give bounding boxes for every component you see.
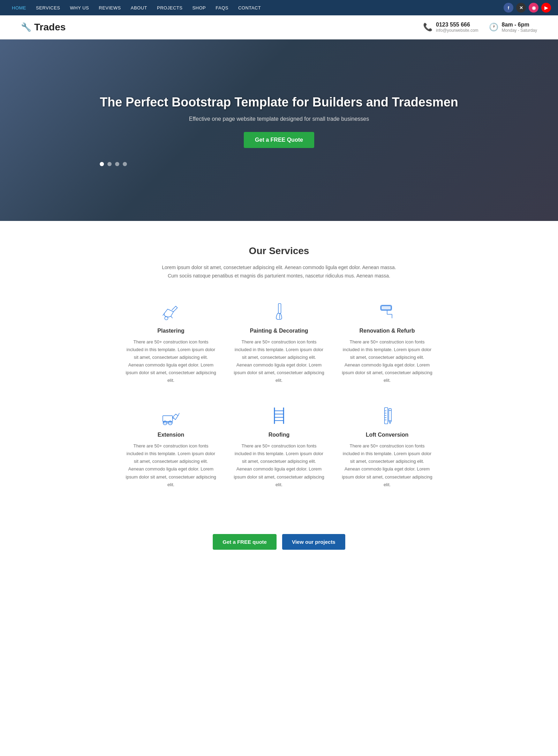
cta-projects-button[interactable]: View our projects (282, 534, 345, 550)
site-header: 🔧 Trades 📞 0123 555 666 info@yourwebsite… (0, 15, 558, 39)
x-icon[interactable]: ✕ (516, 3, 526, 13)
service-roofing: Roofing There are 50+ construction icon … (230, 402, 328, 492)
extension-icon (159, 405, 183, 426)
svg-rect-1 (278, 303, 281, 313)
excavator-svg (161, 406, 181, 425)
logo-text: Trades (34, 22, 66, 33)
ruler-pencil-svg (377, 406, 397, 425)
renovation-desc: There are 50+ construction icon fonts in… (342, 338, 432, 385)
main-nav: HOME SERVICES WHY US REVIEWS ABOUT PROJE… (0, 0, 558, 15)
loft-title: Loft Conversion (342, 432, 432, 438)
nav-reviews[interactable]: REVIEWS (94, 0, 126, 15)
hours-contact: 🕐 8am - 6pm Monday - Saturday (489, 22, 537, 33)
hero-title: The Perfect Bootstrap Template for Build… (100, 94, 458, 111)
nav-links: HOME SERVICES WHY US REVIEWS ABOUT PROJE… (7, 0, 266, 15)
svg-rect-4 (381, 306, 391, 310)
dot-4[interactable] (123, 162, 127, 166)
plastering-icon (159, 301, 183, 322)
email: info@yourwebsite.com (436, 28, 478, 33)
painting-title: Painting & Decorating (234, 328, 324, 334)
painting-desc: There are 50+ construction icon fonts in… (234, 338, 324, 385)
plastering-title: Plastering (126, 328, 216, 334)
svg-rect-11 (164, 422, 172, 423)
painting-icon (267, 301, 291, 322)
hero-content: The Perfect Bootstrap Template for Build… (100, 94, 458, 166)
hero-section: The Perfect Bootstrap Template for Build… (0, 39, 558, 221)
renovation-icon (375, 301, 399, 322)
ladder-svg (269, 406, 289, 425)
instagram-icon[interactable]: ◉ (529, 3, 538, 13)
dot-3[interactable] (115, 162, 119, 166)
nav-projects[interactable]: PROJECTS (152, 0, 187, 15)
nav-whyus[interactable]: WHY US (65, 0, 94, 15)
service-extension: Extension There are 50+ construction ico… (122, 402, 220, 492)
social-links: f ✕ ◉ ▶ (504, 3, 551, 13)
services-section: Our Services Lorem ipsum dolor sit amet,… (0, 221, 558, 517)
svg-marker-25 (389, 421, 391, 423)
nav-contact[interactable]: CONTACT (233, 0, 266, 15)
clock-icon: 🕐 (489, 23, 498, 32)
loft-desc: There are 50+ construction icon fonts in… (342, 442, 432, 489)
loft-icon (375, 405, 399, 426)
phone-number: 0123 555 666 (436, 22, 478, 28)
logo: 🔧 Trades (21, 22, 66, 33)
renovation-title: Renovation & Refurb (342, 328, 432, 334)
plastering-desc: There are 50+ construction icon fonts in… (126, 338, 216, 385)
trowel-svg (161, 302, 181, 321)
extension-desc: There are 50+ construction icon fonts in… (126, 442, 216, 489)
services-heading: Our Services (21, 245, 537, 257)
services-intro: Lorem ipsum dolor sit amet, consectetuer… (157, 264, 401, 280)
nav-about[interactable]: ABOUT (126, 0, 152, 15)
roller-svg (377, 302, 397, 321)
dot-1[interactable] (100, 162, 104, 166)
brush-svg (269, 302, 289, 321)
service-loft: Loft Conversion There are 50+ constructi… (338, 402, 436, 492)
hero-dots (100, 162, 458, 166)
phone-contact: 📞 0123 555 666 info@yourwebsite.com (423, 22, 478, 33)
roofing-desc: There are 50+ construction icon fonts in… (234, 442, 324, 489)
header-contact: 📞 0123 555 666 info@yourwebsite.com 🕐 8a… (423, 22, 537, 33)
svg-rect-8 (163, 416, 173, 422)
cta-bottom: Get a FREE quote View our projects (0, 517, 558, 574)
hero-subtitle: Effective one page website template desi… (100, 116, 458, 122)
service-renovation: Renovation & Refurb There are 50+ constr… (338, 298, 436, 388)
nav-home[interactable]: HOME (7, 0, 31, 15)
roofing-title: Roofing (234, 432, 324, 438)
dot-2[interactable] (107, 162, 112, 166)
service-plastering: Plastering There are 50+ construction ic… (122, 298, 220, 388)
extension-title: Extension (126, 432, 216, 438)
nav-faqs[interactable]: FAQS (211, 0, 233, 15)
nav-shop[interactable]: SHOP (187, 0, 211, 15)
services-grid: Plastering There are 50+ construction ic… (122, 298, 436, 492)
hero-cta-button[interactable]: Get a FREE Quote (244, 132, 314, 148)
roofing-icon (267, 405, 291, 426)
hours: 8am - 6pm (502, 22, 537, 28)
cta-quote-button[interactable]: Get a FREE quote (213, 534, 277, 550)
days: Monday - Saturday (502, 28, 537, 33)
facebook-icon[interactable]: f (504, 3, 513, 13)
youtube-icon[interactable]: ▶ (541, 3, 551, 13)
svg-point-0 (165, 317, 168, 320)
svg-rect-18 (385, 408, 388, 424)
nav-services[interactable]: SERVICES (31, 0, 65, 15)
phone-icon: 📞 (423, 23, 432, 32)
service-painting: Painting & Decorating There are 50+ cons… (230, 298, 328, 388)
logo-icon: 🔧 (21, 22, 31, 32)
